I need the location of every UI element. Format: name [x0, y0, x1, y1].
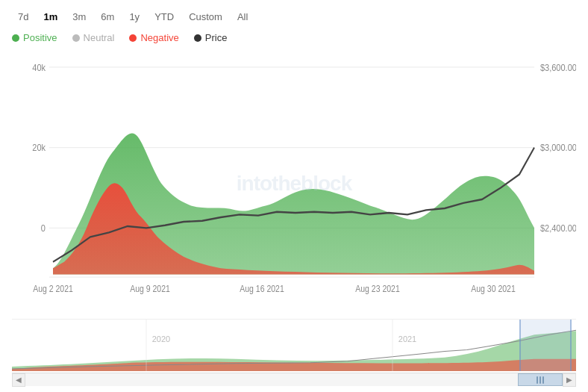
btn-1y[interactable]: 1y [123, 9, 146, 25]
svg-text:2020: 2020 [152, 335, 170, 343]
svg-text:Aug 2 2021: Aug 2 2021 [33, 284, 73, 294]
scroll-track[interactable] [25, 373, 563, 386]
scrollbar[interactable]: ◀ ▶ [12, 373, 576, 386]
btn-7d[interactable]: 7d [12, 9, 34, 25]
mini-chart-svg: 2020 2021 [12, 320, 576, 373]
svg-text:Aug 16 2021: Aug 16 2021 [240, 284, 284, 294]
main-chart: intotheblock 40k 20k 0 $3 [12, 49, 576, 317]
legend-price: Price [194, 32, 228, 43]
legend: Positive Neutral Negative Price [12, 32, 576, 43]
scroll-right-arrow[interactable]: ▶ [563, 373, 576, 387]
btn-all[interactable]: All [231, 9, 254, 25]
negative-label: Negative [140, 32, 178, 43]
btn-3m[interactable]: 3m [66, 9, 92, 25]
svg-text:Aug 30 2021: Aug 30 2021 [471, 284, 515, 294]
mini-selection[interactable] [519, 320, 572, 371]
svg-rect-16 [570, 320, 572, 371]
btn-1m[interactable]: 1m [37, 9, 63, 25]
price-label: Price [205, 32, 228, 43]
positive-label: Positive [23, 32, 57, 43]
btn-custom[interactable]: Custom [183, 9, 228, 25]
price-dot [194, 34, 201, 42]
btn-6m[interactable]: 6m [95, 9, 120, 25]
scroll-left-arrow[interactable]: ◀ [12, 373, 25, 387]
svg-text:2021: 2021 [398, 335, 416, 343]
scroll-thumb[interactable] [518, 373, 563, 386]
legend-neutral: Neutral [72, 32, 115, 43]
btn-ytd[interactable]: YTD [148, 9, 180, 25]
svg-text:$2,400.00: $2,400.00 [540, 223, 576, 234]
positive-dot [12, 34, 19, 42]
svg-text:0: 0 [41, 223, 46, 234]
legend-positive: Positive [12, 32, 57, 43]
grip-line-3 [542, 376, 544, 384]
neutral-dot [72, 34, 80, 42]
chart-container: 7d 1m 3m 6m 1y YTD Custom All Positive N… [0, 0, 588, 392]
grip-line-1 [537, 376, 538, 384]
svg-text:$3,600.00: $3,600.00 [540, 62, 576, 73]
mini-chart: 2020 2021 [12, 319, 576, 373]
svg-text:Aug 9 2021: Aug 9 2021 [130, 284, 170, 294]
negative-dot [129, 34, 137, 42]
toolbar: 7d 1m 3m 6m 1y YTD Custom All [12, 9, 576, 25]
main-chart-svg: 40k 20k 0 $3,600.00 $3,000.00 $2,400.00 … [12, 49, 576, 317]
neutral-label: Neutral [84, 32, 115, 43]
scroll-grip [537, 376, 544, 384]
svg-text:20k: 20k [32, 142, 46, 153]
legend-negative: Negative [129, 32, 178, 43]
svg-rect-15 [519, 320, 521, 371]
grip-line-2 [539, 376, 541, 384]
svg-text:$3,000.00: $3,000.00 [540, 142, 576, 153]
svg-text:40k: 40k [32, 62, 46, 73]
svg-text:Aug 23 2021: Aug 23 2021 [355, 284, 399, 294]
